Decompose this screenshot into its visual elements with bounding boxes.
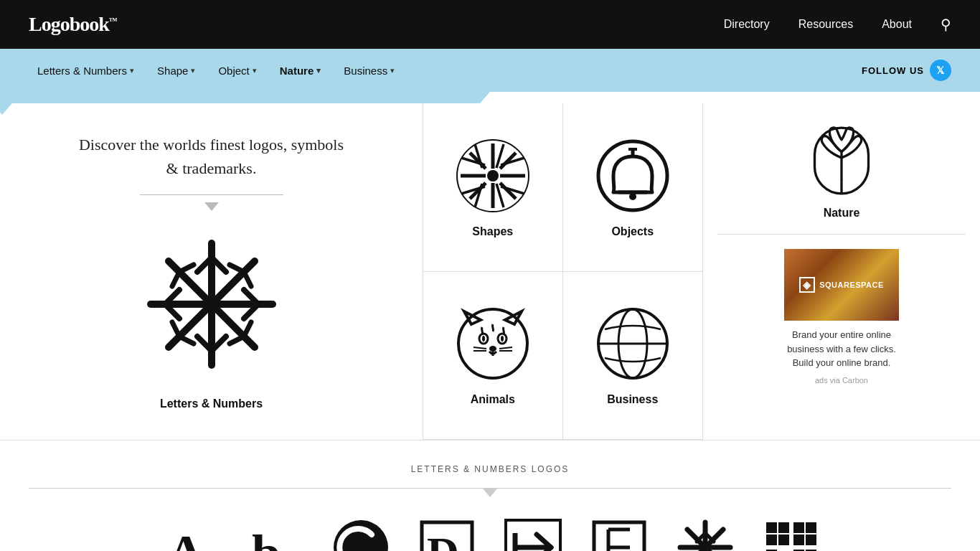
svg-line-53 <box>473 347 486 349</box>
follow-us-area: FOLLOW US 𝕏 <box>862 60 951 81</box>
ad-text: Brand your entire online business with a… <box>784 328 899 370</box>
nature-label: Nature <box>824 207 860 220</box>
svg-point-49 <box>482 336 485 342</box>
list-item[interactable] <box>748 512 834 551</box>
search-button[interactable]: ⚲ <box>941 16 951 33</box>
svg-line-33 <box>501 158 524 165</box>
subnav-nature[interactable]: Nature ▾ <box>271 59 330 83</box>
svg-point-50 <box>501 336 504 342</box>
objects-label: Objects <box>611 225 654 238</box>
bottom-section: LETTERS & NUMBERS LOGOS A b D <box>0 441 980 551</box>
top-nav-links: Directory Resources About ⚲ <box>724 16 951 33</box>
top-navigation: Logobook™ Directory Resources About ⚲ <box>0 0 980 49</box>
list-item[interactable] <box>318 512 404 551</box>
list-item[interactable]: D <box>404 512 490 551</box>
dropdown-arrow: ▾ <box>130 66 134 75</box>
list-item[interactable] <box>662 512 748 551</box>
svg-text:b: b <box>252 524 281 551</box>
list-item[interactable]: A <box>146 512 232 551</box>
logo-icon <box>763 519 820 551</box>
subnav-letters-numbers[interactable]: Letters & Numbers ▾ <box>29 59 143 83</box>
grid-animals[interactable]: Animals <box>423 272 563 441</box>
logo-icon: D <box>418 519 476 551</box>
left-panel: Discover the worlds finest logos, symbol… <box>0 103 423 440</box>
svg-text:A: A <box>167 524 204 551</box>
logo-icon: b <box>246 519 303 551</box>
svg-line-55 <box>499 347 512 349</box>
subnav-object[interactable]: Object ▾ <box>209 59 265 83</box>
letters-numbers-label: Letters & Numbers <box>160 397 263 410</box>
svg-point-41 <box>629 193 636 200</box>
animals-icon <box>453 304 532 383</box>
svg-line-17 <box>179 336 194 344</box>
nav-about[interactable]: About <box>882 18 912 31</box>
snowflake-logo[interactable] <box>140 232 283 376</box>
svg-rect-84 <box>778 522 789 533</box>
nature-icon-area: Nature <box>717 125 966 235</box>
svg-point-51 <box>489 346 496 352</box>
animals-label: Animals <box>471 393 515 406</box>
svg-rect-87 <box>766 534 777 545</box>
logo-icon <box>504 519 562 551</box>
tagline-arrow <box>204 202 219 211</box>
list-item[interactable]: b <box>232 512 318 551</box>
list-item[interactable] <box>576 512 662 551</box>
site-logo[interactable]: Logobook™ <box>29 13 117 36</box>
sub-nav-links: Letters & Numbers ▾ Shape ▾ Object ▾ Nat… <box>29 59 403 83</box>
svg-rect-88 <box>778 534 789 545</box>
dropdown-arrow: ▾ <box>191 66 195 75</box>
nav-resources[interactable]: Resources <box>798 18 853 31</box>
svg-rect-89 <box>793 534 804 545</box>
section-title: LETTERS & NUMBERS LOGOS <box>411 464 570 474</box>
section-header: LETTERS & NUMBERS LOGOS <box>0 462 980 482</box>
grid-shapes[interactable]: Shapes <box>423 103 563 272</box>
right-panel: Nature ◈ SQUARESPACE Brand your entire o… <box>703 103 980 440</box>
twitter-button[interactable]: 𝕏 <box>930 60 951 81</box>
subnav-shape[interactable]: Shape ▾ <box>149 59 204 83</box>
center-grid: Shapes Objects <box>423 103 703 440</box>
svg-rect-90 <box>806 534 816 545</box>
subnav-business[interactable]: Business ▾ <box>335 59 403 83</box>
shapes-label: Shapes <box>472 225 513 238</box>
tagline: Discover the worlds finest logos, symbol… <box>75 133 348 180</box>
squarespace-logo: ◈ SQUARESPACE <box>799 277 884 293</box>
dropdown-arrow: ▾ <box>316 66 321 75</box>
svg-line-19 <box>230 336 244 344</box>
svg-rect-86 <box>806 522 816 533</box>
section-arrow <box>483 489 497 497</box>
grid-objects[interactable]: Objects <box>563 103 703 272</box>
logo-icon <box>590 519 648 551</box>
list-item[interactable] <box>490 512 576 551</box>
dropdown-arrow: ▾ <box>253 66 257 75</box>
ad-image[interactable]: ◈ SQUARESPACE <box>784 249 899 321</box>
sub-navigation: Letters & Numbers ▾ Shape ▾ Object ▾ Nat… <box>0 49 980 92</box>
objects-icon <box>593 136 672 215</box>
advertisement: ◈ SQUARESPACE Brand your entire online b… <box>784 249 899 385</box>
svg-line-15 <box>244 272 251 286</box>
business-label: Business <box>607 393 658 406</box>
logo-icon <box>332 519 390 551</box>
svg-text:D: D <box>427 528 459 551</box>
grid-business[interactable]: Business <box>563 272 703 441</box>
ads-via: ads via Carbon <box>784 376 899 385</box>
svg-line-13 <box>179 265 194 272</box>
svg-rect-85 <box>793 522 804 533</box>
dropdown-indicator <box>0 92 490 103</box>
logo-icon <box>677 519 734 551</box>
shapes-icon <box>453 136 532 215</box>
logos-row: A b D <box>0 497 980 551</box>
dropdown-arrow: ▾ <box>390 66 395 75</box>
nature-icon <box>806 125 877 197</box>
squarespace-icon: ◈ <box>799 277 815 293</box>
svg-point-22 <box>487 170 499 182</box>
business-icon <box>593 304 672 383</box>
svg-rect-83 <box>766 522 777 533</box>
nav-directory[interactable]: Directory <box>724 18 770 31</box>
logo-icon: A <box>160 519 217 551</box>
main-content: Discover the worlds finest logos, symbol… <box>0 103 980 441</box>
svg-line-34 <box>501 187 524 194</box>
tagline-divider <box>140 194 283 195</box>
